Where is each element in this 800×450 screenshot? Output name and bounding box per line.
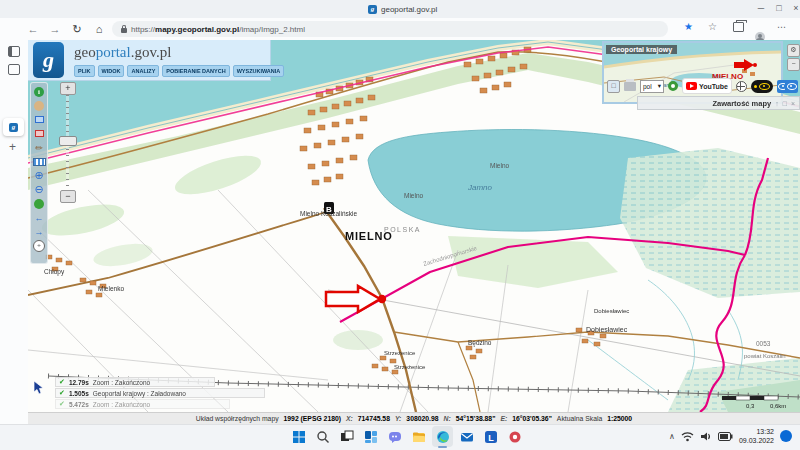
e-label: E: [500,415,507,422]
y-value: 308020.98 [406,415,438,422]
menu-plik[interactable]: PLIK [74,65,95,77]
battery-icon[interactable] [718,432,733,441]
next-view-tool[interactable]: → [32,225,46,238]
menu-wyszukiwania[interactable]: WYSZUKIWANIA [233,65,285,77]
collections-icon[interactable] [733,22,744,32]
contrast-dot-icon [754,85,757,88]
blue-rectangle-icon [35,116,44,123]
menu-analizy[interactable]: ANALIZY [127,65,159,77]
minimize-button[interactable]: ─ [754,1,768,15]
geoportal-logo[interactable]: g [33,42,64,78]
arrow-left-icon: ← [35,213,44,223]
tab-list-icon[interactable] [8,64,20,75]
edge-browser-icon[interactable] [432,426,453,447]
maximize-button[interactable]: □ [772,1,786,15]
clear-selection-tool[interactable] [32,127,46,140]
crs-label: Układ współrzędnych mapy [196,415,279,422]
grid-panel-icon[interactable]: □ [607,80,620,93]
notification-badge[interactable] [780,430,792,442]
new-tab-button[interactable]: + [9,140,16,154]
widgets-icon[interactable] [360,426,381,447]
refresh-icon[interactable]: ↻ [70,22,84,36]
print-icon[interactable] [624,82,636,91]
x-label: X: [346,415,353,422]
svg-text:0053: 0053 [756,340,771,347]
menu-widok[interactable]: WIDOK [98,65,125,77]
more-menu-icon[interactable]: ⋯ [777,22,786,32]
active-vertical-tab[interactable]: g [3,118,24,136]
back-icon[interactable]: ← [26,22,40,36]
pan-tool[interactable] [32,99,46,112]
panel-pin-icon[interactable]: ↑ [775,100,779,107]
speaker-icon[interactable] [700,431,712,442]
svg-text:0,3: 0,3 [746,403,755,409]
previous-view-tool[interactable]: ← [32,211,46,224]
youtube-button[interactable]: YouTube [682,78,732,94]
menu-pobieranie-danych[interactable]: POBIERANIE DANYCH [162,65,229,77]
taskbar-clock[interactable]: 13:32 09.03.2022 [739,427,774,445]
hidden-icons-chevron[interactable]: ∧ [669,432,675,441]
svg-text:Mielno: Mielno [404,192,424,199]
browser-tab[interactable]: g geoportal.gov.pl [368,2,437,16]
check-icon: ✔ [59,389,65,397]
measure-tool[interactable] [32,155,46,168]
address-bar[interactable]: https://mapy.geoportal.gov.pl/imap/Imgp_… [112,21,668,37]
status-message-row: ✔ 12.79s Zoom : Zakończono [55,377,215,387]
zoom-slider-handle[interactable] [59,136,77,146]
youtube-label: YouTube [699,83,728,90]
scale-label: Aktualna Skala [557,415,602,422]
tray-date: 09.03.2022 [739,436,774,445]
red-rectangle-icon [35,130,44,137]
panel-maximize-icon[interactable]: □ [783,100,787,107]
chat-icon[interactable] [384,426,405,447]
l-app-icon[interactable]: L [480,426,501,447]
status-text: Zoom : Zakończono [93,401,150,408]
overview-collapse-icon[interactable]: − [787,58,800,71]
svg-text:POLSKA: POLSKA [384,226,421,233]
vertical-tabs-toggle-icon[interactable] [8,46,20,57]
add-favorite-icon[interactable]: ☆ [708,21,717,32]
wifi-icon[interactable] [681,431,694,442]
n-value: 54°15'38.88" [456,415,496,422]
task-view-icon[interactable] [336,426,357,447]
zoom-in-tool[interactable]: ⊕ [32,169,46,182]
svg-text:Mielenko: Mielenko [98,285,124,292]
pinned-app-icon[interactable] [504,426,525,447]
zoom-out-tool[interactable]: ⊖ [32,183,46,196]
status-ring-icon[interactable] [668,81,678,91]
accessibility-globe-icon[interactable] [736,81,747,92]
svg-text:Strzeżenice: Strzeżenice [394,364,426,370]
panel-toggle-button[interactable] [785,80,798,93]
center-view-tool[interactable]: + [32,239,46,252]
taskbar-center-icons: L [288,426,525,447]
panel-close-icon[interactable]: × [791,100,795,107]
contrast-mode-button[interactable] [751,80,773,93]
app-menu: PLIK WIDOK ANALIZY POBIERANIE DANYCH WYS… [74,65,284,77]
tab-favicon-icon: g [368,5,377,14]
magnifier-plus-icon: ⊕ [34,169,43,182]
identify-tool[interactable]: i [32,85,46,98]
overview-map[interactable]: MIELNO Jamno Geoportal krajowy [602,41,783,104]
overview-settings-icon[interactable]: ⚙ [787,44,800,57]
zoom-window-tool[interactable] [32,113,46,126]
language-select[interactable]: pol▾ [640,80,664,93]
close-button[interactable]: × [789,1,800,15]
map-contents-panel-header[interactable]: Zawartość mapy ↑ □ × [637,96,800,110]
start-button[interactable] [288,426,309,447]
draw-tool[interactable]: ✏ [32,141,46,154]
full-extent-tool[interactable] [32,197,46,210]
forward-icon[interactable]: → [48,22,62,36]
browser-titlebar: g geoportal.gov.pl ─ □ × [0,0,800,18]
selected-point-marker[interactable] [378,295,386,303]
mail-icon[interactable] [456,426,477,447]
bookmark-star-icon[interactable]: ★ [684,21,693,32]
home-icon[interactable]: ⌂ [92,22,106,36]
zoom-plus-button[interactable]: + [60,82,76,95]
file-explorer-icon[interactable] [408,426,429,447]
globe-icon [34,199,44,209]
zoom-minus-button[interactable]: − [60,190,76,203]
search-icon[interactable] [312,426,333,447]
tray-time: 13:32 [739,427,774,436]
crosshair-icon: + [33,240,45,252]
status-text: Geoportal krajowy : Załadowano [93,390,186,397]
